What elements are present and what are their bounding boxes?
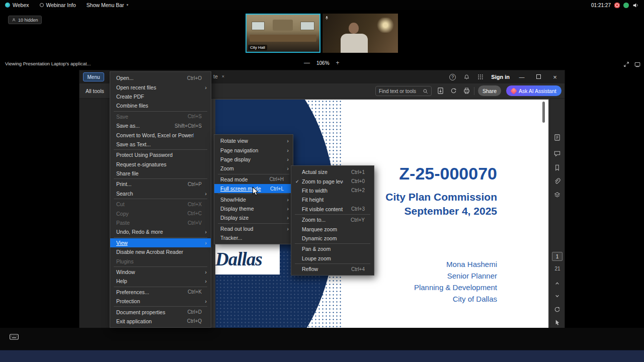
webinar-info-menu[interactable]: Webinar Info [40,2,76,8]
speaker-icon[interactable] [632,2,639,9]
attachments-icon[interactable] [553,177,561,185]
presenter-credits: Mona Hashemi Senior Planner Planning & D… [414,258,497,305]
menu-item-fit-height[interactable]: Fit height [291,195,374,204]
menu-item-actual-size[interactable]: Actual sizeCtrl+1 [291,167,374,176]
menu-item-copy[interactable]: CopyCtrl+C [110,209,211,218]
select-tool-icon[interactable] [553,319,561,326]
menu-item-paste[interactable]: PasteCtrl+V [110,218,211,227]
maximize-button[interactable] [534,74,543,80]
menu-item-protect-using-password[interactable]: Protect Using Password [110,150,211,159]
fit-to-window-icon[interactable] [623,61,630,68]
submenu-arrow-icon: › [202,84,207,90]
menu-item-open-recent-files[interactable]: Open recent files› [110,82,211,92]
menu-item-help[interactable]: Help› [110,277,211,286]
menu-item-combine-files[interactable]: Combine files [110,101,211,110]
menu-item-zoom-to[interactable]: Zoom to...Ctrl+Y [291,215,374,224]
menu-item-shortcut: Ctrl+P [188,182,202,187]
menu-item-view[interactable]: View› [110,238,211,247]
menu-item-disable-new-acrobat-reader[interactable]: Disable new Acrobat Reader [110,247,211,256]
menu-item-convert-to-word-excel-or-powerpoint[interactable]: Convert to Word, Excel or PowerPoint [110,130,211,139]
mouse-cursor [252,187,259,196]
zoom-in-button[interactable]: + [336,59,340,66]
menu-item-display-theme[interactable]: Display theme› [214,204,293,213]
notifications-bell-icon[interactable] [463,74,470,80]
next-page-icon[interactable] [553,292,561,300]
zoom-out-button[interactable]: — [304,59,310,66]
menu-item-rotate-view[interactable]: Rotate view› [214,136,293,145]
mic-on-indicator-icon [325,16,329,20]
export-pdf-icon[interactable] [437,87,444,95]
menu-item-exit-application[interactable]: Exit applicationCtrl+Q [110,317,211,326]
menu-item-read-out-loud[interactable]: Read out loud› [214,224,293,233]
menu-item-preferences[interactable]: Preferences...Ctrl+K [110,288,211,297]
minimize-button[interactable]: — [517,74,526,80]
menu-item-page-display[interactable]: Page display› [214,155,293,164]
menu-item-marquee-zoom[interactable]: Marquee zoom [291,224,374,233]
acrobat-menu-button[interactable]: Menu [83,72,104,81]
menu-separator [295,263,370,264]
menu-item-label: Display theme [220,206,276,212]
tab-close-icon[interactable]: × [222,74,224,79]
menu-item-dynamic-zoom[interactable]: Dynamic zoom [291,234,374,243]
menu-item-plugins[interactable]: Plugins [110,256,211,265]
ask-ai-assistant-button[interactable]: Ask AI Assistant [506,85,561,96]
zoom-submenu: Actual sizeCtrl+1✓Zoom to page levelCtrl… [291,165,374,276]
menu-item-show-hide[interactable]: Show/Hide› [214,195,293,204]
acrobat-window: Menu te × ? Sign in — × All tools Find t… [79,70,565,328]
menu-item-window[interactable]: Window› [110,267,211,277]
apps-grid-icon[interactable] [477,74,484,80]
menu-item-open[interactable]: Open...Ctrl+O [110,73,211,82]
print-icon[interactable] [463,87,470,95]
menu-item-zoom-to-page-level[interactable]: ✓Zoom to page levelCtrl+0 [291,176,374,186]
video-thumbnail-participant[interactable] [323,14,398,53]
find-text-or-tools-input[interactable]: Find text or tools [375,86,432,96]
help-icon[interactable]: ? [449,74,456,80]
export-pdf-rail-icon[interactable] [553,134,561,141]
bookmarks-icon[interactable] [553,164,561,171]
layers-icon[interactable] [553,191,561,199]
vertical-scrollbar[interactable] [542,102,545,123]
menu-item-document-properties[interactable]: Document propertiesCtrl+D [110,307,211,316]
menu-item-read-mode[interactable]: Read modeCtrl+H [214,175,293,184]
close-button[interactable]: × [550,73,559,81]
menu-item-tracker[interactable]: Tracker... [214,233,293,242]
acrobat-share-button[interactable]: Share [478,85,501,96]
menu-item-protection[interactable]: Protection› [110,297,211,306]
menu-item-share-file[interactable]: Share file [110,169,211,178]
menu-item-undo-redo-more[interactable]: Undo, Redo & more› [110,227,211,236]
sign-in-button[interactable]: Sign in [491,74,510,80]
previous-page-icon[interactable] [553,280,561,287]
menu-item-request-e-signatures[interactable]: Request e-signatures [110,160,211,169]
video-thumbnail-city-hall[interactable]: City Hall [246,14,320,53]
menu-item-save-as-text[interactable]: Save as Text... [110,140,211,149]
show-menu-bar-menu[interactable]: Show Menu Bar ▾ [87,2,128,8]
menu-item-fit-visible-content[interactable]: Fit visible contentCtrl+3 [291,205,374,214]
menu-item-create-pdf[interactable]: Create PDF [110,92,211,101]
menu-item-zoom[interactable]: Zoom› [214,164,293,173]
all-tools-button[interactable]: All tools [86,88,104,94]
slide-title: City Plan Commission [385,191,497,203]
zoom-level: 106% [316,60,330,66]
menu-item-search[interactable]: Search› [110,189,211,198]
menu-item-save[interactable]: SaveCtrl+S [110,112,211,121]
menu-item-reflow[interactable]: ReflowCtrl+4 [291,264,374,274]
pop-out-icon[interactable] [634,61,641,68]
document-tab[interactable]: te × [213,73,224,79]
menu-item-shortcut: Ctrl+Y [351,217,365,223]
hidden-participants-badge[interactable]: 10 hidden [8,16,42,24]
keyboard-icon[interactable] [9,333,19,341]
page-number-box[interactable]: 1 [552,252,562,261]
menu-item-save-as[interactable]: Save as...Shift+Ctrl+S [110,121,211,130]
menu-item-pan-zoom[interactable]: Pan & zoom [291,244,374,253]
menu-item-page-navigation[interactable]: Page navigation› [214,145,293,154]
menu-item-loupe-zoom[interactable]: Loupe zoom [291,254,374,263]
comments-icon[interactable] [553,150,561,157]
menu-item-cut[interactable]: CutCtrl+X [110,200,211,209]
menu-item-print[interactable]: Print...Ctrl+P [110,179,211,189]
menu-item-display-size[interactable]: Display size› [214,213,293,222]
menu-item-fit-to-width[interactable]: Fit to widthCtrl+2 [291,186,374,195]
refresh-view-icon[interactable] [553,306,561,313]
convert-icon[interactable] [450,87,457,95]
webex-app-menu[interactable]: Webex [5,2,29,8]
menu-item-label: Rotate view [220,138,276,144]
